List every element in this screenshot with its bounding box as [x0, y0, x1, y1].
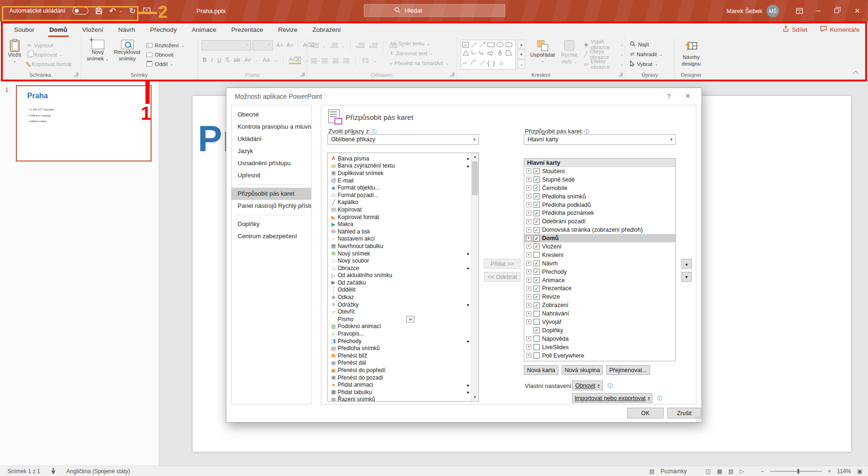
ribbon-tab-row-item[interactable]: + ✓ Černobíle — [524, 184, 675, 192]
align-text-button[interactable]: ⇕Zarovnat text⌄ — [390, 49, 455, 57]
resize-grip[interactable] — [695, 416, 701, 421]
ribbon-display-options-icon[interactable] — [790, 0, 808, 22]
italic-icon[interactable]: I — [211, 57, 213, 64]
align-center-icon[interactable] — [322, 59, 328, 64]
align-left-icon[interactable] — [311, 59, 317, 64]
zoom-in-icon[interactable]: + — [828, 468, 831, 475]
command-item[interactable]: ⊞ Nový snímek I ▸ — [329, 250, 470, 257]
tab-checkbox[interactable]: ✓ — [534, 327, 540, 333]
command-item[interactable]: ▣ Přenést do pozadí I ▸ — [329, 374, 470, 381]
shape-effects-button[interactable]: ▱Efekty obrazce⌄ — [584, 60, 623, 68]
scroll-down-icon[interactable]: ▼ — [471, 394, 478, 401]
dialog-help-icon[interactable]: ? — [667, 93, 671, 100]
tab-checkbox[interactable]: ✓ — [534, 286, 540, 292]
select-button[interactable]: Vybrat⌄ — [630, 60, 672, 68]
user-name[interactable]: Marek Šebek — [726, 0, 762, 22]
ribbon-tab-row-item[interactable]: + ✓ Předloha poznámek — [524, 209, 675, 217]
tab-checkbox[interactable]: ✓ — [534, 352, 540, 359]
replace-button[interactable]: ⇄ Nahradit⌄ — [630, 50, 672, 58]
tab-checkbox[interactable]: ✓ — [534, 302, 540, 308]
command-item[interactable]: ▤ Předloha snímků I ▸ — [329, 344, 470, 352]
save-icon[interactable] — [95, 7, 102, 15]
shapes-more-icon[interactable]: ⌄ — [518, 59, 525, 69]
command-item[interactable]: ▣ Přenést do popředí I ▸ — [329, 366, 470, 374]
command-item[interactable]: □ Nový soubor I ▸ — [329, 257, 470, 264]
command-item[interactable]: ◆ Formát objektu... I ▸ — [329, 184, 470, 191]
tab-checkbox[interactable]: ✓ — [534, 344, 540, 350]
dialog-nav-item[interactable]: Centrum zabezpečení — [231, 230, 311, 242]
command-item[interactable]: ≡ Odrážky I ▸ — [329, 301, 470, 308]
accessibility-icon[interactable] — [51, 468, 56, 474]
slide-thumbnail[interactable]: Praha 1 324 277 obyvatel496 km² rozlohaH… — [16, 85, 152, 161]
command-item[interactable]: ▱ Otevřít I ▸ — [329, 308, 470, 315]
expand-icon[interactable]: + — [526, 311, 531, 316]
font-size-combo[interactable] — [253, 40, 273, 51]
shapes-scroll-down-icon[interactable]: ▼ — [518, 50, 525, 59]
dialog-nav-item[interactable]: Ukládání — [231, 133, 311, 145]
underline-icon[interactable]: U — [217, 57, 221, 63]
ribbon-tab-row-item[interactable]: + ✓ Revize — [524, 293, 675, 301]
autosave-toggle[interactable] — [72, 7, 88, 15]
text-direction-button[interactable]: ⇩ASměr textu⌄ — [390, 39, 455, 47]
tab-checkbox[interactable]: ✓ — [534, 193, 540, 199]
ribbon-tab-row-item[interactable]: + ✓ Nahrávání — [524, 309, 675, 318]
tab-checkbox[interactable]: ✓ — [534, 227, 540, 233]
copy-button[interactable]: Kopírovat⌄ — [27, 50, 72, 59]
expand-icon[interactable]: + — [526, 219, 531, 224]
tab-checkbox[interactable]: ✓ — [534, 185, 540, 191]
command-item[interactable]: Písmo I ▸ — [329, 315, 470, 323]
ribbon-tab-row-item[interactable]: + ✓ Stupně šedé — [524, 176, 675, 184]
language-indicator[interactable]: Angličtina (Spojené státy) — [66, 468, 130, 475]
command-item[interactable]: ▦ Řazení snímků I ▸ — [329, 396, 470, 402]
expand-icon[interactable]: + — [526, 252, 531, 257]
ribbon-tab[interactable]: Domů — [42, 22, 75, 37]
paragraph-dialog-launcher-icon[interactable] — [450, 72, 454, 76]
command-item[interactable]: ⊟ Náhled a tisk I ▸ — [329, 228, 470, 235]
tab-checkbox[interactable]: ✓ — [534, 202, 540, 208]
expand-icon[interactable]: + — [526, 236, 531, 241]
expand-icon[interactable]: + — [526, 211, 531, 216]
tab-checkbox[interactable]: ✓ — [534, 219, 540, 225]
notes-button[interactable]: Poznámky — [661, 468, 687, 475]
command-item[interactable]: □ Obrazce I ▸ — [329, 264, 470, 272]
ribbon-tab[interactable]: Návrh — [111, 22, 143, 37]
strikethrough-icon[interactable]: ab — [234, 57, 240, 63]
command-item[interactable]: A Barva písma I ▸ — [329, 155, 470, 162]
font-name-combo[interactable] — [202, 40, 251, 51]
ribbon-tab[interactable]: Prezentace — [224, 22, 270, 37]
command-item[interactable]: @ E-mail I ▸ — [329, 177, 470, 184]
zoom-out-icon[interactable]: − — [761, 468, 764, 475]
scroll-up-icon[interactable]: ▲ — [471, 153, 478, 161]
tab-checkbox[interactable]: ✓ — [534, 277, 540, 283]
expand-icon[interactable]: + — [526, 185, 531, 190]
expand-icon[interactable]: + — [526, 227, 531, 233]
move-up-button[interactable]: ▲ — [681, 259, 692, 269]
command-item[interactable]: ┆ Oddělit I ▸ — [329, 286, 470, 294]
reset-button[interactable]: Obnovit — [146, 50, 184, 59]
notes-icon[interactable]: ▤ — [649, 468, 654, 475]
ribbon-tab-row-item[interactable]: + ✓ Sloučení — [524, 167, 675, 176]
command-item[interactable]: ★ Přidat animaci I ▸ — [329, 381, 470, 388]
dialog-nav-item[interactable]: Usnadnění přístupu — [231, 157, 311, 169]
customize-ribbon-combo[interactable]: Hlavní karty ▾ — [524, 134, 676, 145]
paste-button[interactable]: Vložit ⌄ — [4, 40, 25, 63]
ribbon-tab-row-item[interactable]: + ✓ Prezentace — [524, 284, 675, 293]
ribbon-tab-row-item[interactable]: + ✓ Návrh — [524, 259, 675, 268]
ribbon-tab-row-item[interactable]: + ✓ Odebrání pozadí — [524, 217, 675, 226]
command-item[interactable]: ▷ Od aktuálního snímku I ▸ — [329, 272, 470, 279]
ribbon-tab[interactable]: Animace — [184, 22, 224, 37]
dialog-nav-item[interactable]: Kontrola pravopisu a mluvnice — [231, 121, 311, 133]
ribbon-tab[interactable]: Přechody — [143, 22, 184, 37]
command-item[interactable]: ▣ Přenést dál I ▸ — [329, 359, 470, 367]
ribbon-tab-row-item[interactable]: + ✓ Předloha podkladů — [524, 201, 675, 209]
expand-icon[interactable]: + — [526, 278, 531, 283]
tab-checkbox[interactable]: ✓ — [534, 311, 540, 317]
rename-button[interactable]: Přejmenovat... — [606, 365, 650, 375]
search-box[interactable]: Hledat — [364, 4, 505, 17]
ribbon-tab-row-item[interactable]: + ✓ Doplňky — [524, 326, 675, 335]
tab-checkbox[interactable]: ✓ — [534, 319, 540, 325]
tab-checkbox[interactable]: ✓ — [534, 168, 540, 174]
expand-icon[interactable]: + — [526, 294, 531, 300]
remove-button[interactable]: << Odebrat — [484, 272, 521, 282]
expand-icon[interactable]: + — [526, 202, 531, 207]
